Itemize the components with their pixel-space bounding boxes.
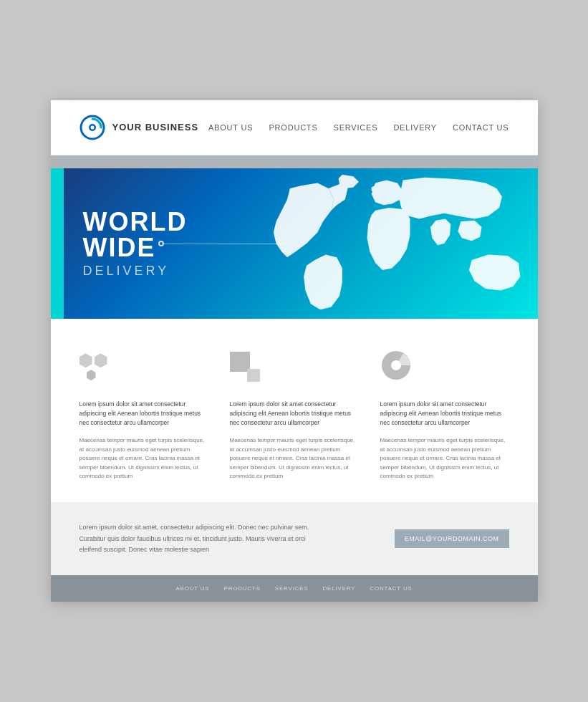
feature-icon-1 [79, 347, 208, 387]
logo-text: YOUR BUSINESS [112, 122, 199, 133]
feature-col-2: Lorem ipsum dolor sit amet consectetur a… [230, 347, 359, 481]
footer-nav-services[interactable]: SERVICES [275, 585, 309, 592]
footer-nav-about[interactable]: ABOUT US [175, 585, 209, 592]
hero-line2: WIDE [83, 234, 188, 260]
footer-nav: ABOUT US PRODUCTS SERVICES DELIVERY CONT… [51, 575, 538, 602]
feature-2-secondary: Maecenas tempor mauris eget turpis scele… [230, 436, 359, 481]
pie-chart-icon [380, 350, 412, 384]
feature-3-secondary: Maecenas tempor mauris eget turpis scele… [380, 436, 509, 481]
hero-line1: WORLD [83, 208, 188, 234]
hero-line3: DELIVERY [83, 263, 188, 278]
features-grid: Lorem ipsum dolor sit amet consectetur a… [79, 347, 509, 481]
footer-contact: Lorem ipsum dolor sit amet, consectetur … [51, 502, 538, 575]
feature-1-secondary: Maecenas tempor mauris eget turpis scele… [79, 436, 208, 481]
footer-nav-contact[interactable]: CONTACT US [370, 585, 412, 592]
feature-icon-3 [380, 347, 509, 387]
main-nav: ABOUT US PRODUCTS SERVICES DELIVERY CONT… [208, 123, 509, 132]
feature-1-primary: Lorem ipsum dolor sit amet consectetur a… [79, 400, 208, 428]
nav-contact[interactable]: CONTACT US [453, 123, 509, 132]
svg-point-2 [90, 125, 94, 129]
nav-about[interactable]: ABOUT US [208, 123, 253, 132]
logo-area: YOUR BUSINESS [79, 115, 199, 140]
connector-line [162, 244, 291, 244]
feature-col-1: Lorem ipsum dolor sit amet consectetur a… [79, 347, 208, 481]
features-section: Lorem ipsum dolor sit amet consectetur a… [51, 319, 538, 502]
feature-2-primary: Lorem ipsum dolor sit amet consectetur a… [230, 400, 359, 428]
nav-products[interactable]: PRODUCTS [269, 123, 317, 132]
hexagon-icon [79, 353, 107, 380]
logo-icon [79, 115, 105, 140]
header: YOUR BUSINESS ABOUT US PRODUCTS SERVICES… [51, 100, 538, 155]
email-badge[interactable]: EMAIL@YOURDOMAIN.COM [395, 529, 509, 548]
nav-delivery[interactable]: DELIVERY [393, 123, 437, 132]
gray-divider [51, 155, 538, 168]
feature-icon-2 [230, 347, 359, 387]
hero-banner: WORLD WIDE DELIVERY [51, 168, 538, 319]
feature-col-3: Lorem ipsum dolor sit amet consectetur a… [380, 347, 509, 481]
footer-contact-text: Lorem ipsum dolor sit amet, consectetur … [79, 522, 323, 555]
hero-accent [51, 168, 64, 319]
feature-3-primary: Lorem ipsum dolor sit amet consectetur a… [380, 400, 509, 428]
footer-nav-delivery[interactable]: DELIVERY [323, 585, 356, 592]
footer-nav-products[interactable]: PRODUCTS [224, 585, 261, 592]
page-wrapper: YOUR BUSINESS ABOUT US PRODUCTS SERVICES… [51, 100, 538, 602]
connector-dot [158, 241, 164, 246]
squares-icon [230, 352, 260, 382]
nav-services[interactable]: SERVICES [334, 123, 378, 132]
svg-point-4 [391, 360, 401, 370]
